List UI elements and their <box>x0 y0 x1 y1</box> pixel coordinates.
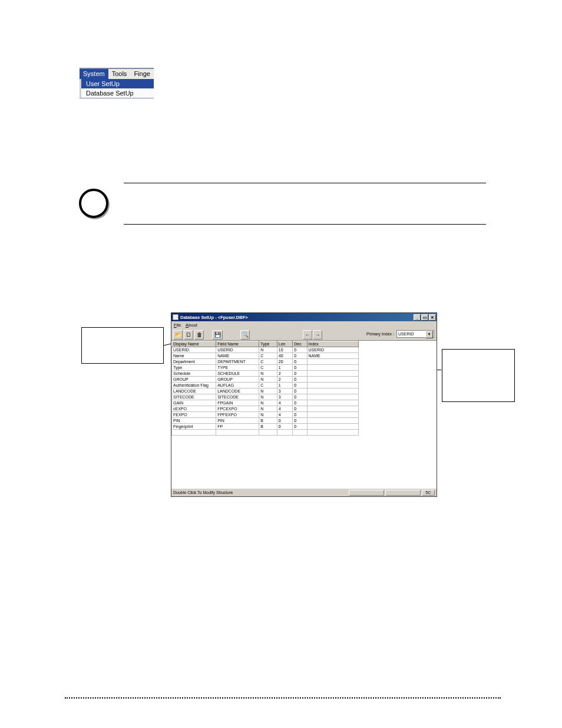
save-button[interactable]: 💾 <box>212 330 223 340</box>
cell-display[interactable]: Department <box>172 359 216 365</box>
cell-dec[interactable]: 0 <box>293 400 307 406</box>
cell-display[interactable]: Name <box>172 353 216 359</box>
cell-type[interactable]: C <box>259 353 277 359</box>
col-type[interactable]: Type <box>259 341 277 347</box>
cell-type[interactable]: N <box>259 400 277 406</box>
table-row[interactable]: TypeTYPEC10 <box>172 365 359 371</box>
cell-len[interactable]: 4 <box>277 406 292 412</box>
cell-display[interactable]: USERID: <box>172 347 216 353</box>
cell-display[interactable]: cEXPO <box>172 406 216 412</box>
cell-type[interactable]: N <box>259 371 277 377</box>
menu-finge[interactable]: Finge <box>130 69 154 79</box>
col-len[interactable]: Len <box>277 341 292 347</box>
cell-index[interactable] <box>307 394 358 400</box>
cell-dec[interactable]: 0 <box>293 353 307 359</box>
cell-dec[interactable]: 0 <box>293 359 307 365</box>
cell-dec[interactable]: 0 <box>293 424 307 430</box>
cell-dec[interactable]: 0 <box>293 418 307 424</box>
cell-len[interactable]: 3 <box>277 388 292 394</box>
cell-empty[interactable] <box>259 430 277 436</box>
cell-index[interactable] <box>307 418 358 424</box>
cell-field[interactable]: LANDCODE <box>216 388 259 394</box>
cell-field[interactable]: PIN <box>216 418 259 424</box>
cell-display[interactable]: PIN <box>172 418 216 424</box>
cell-type[interactable]: C <box>259 365 277 371</box>
cell-dec[interactable]: 0 <box>293 406 307 412</box>
cell-index[interactable] <box>307 406 358 412</box>
cell-len[interactable]: 1 <box>277 365 292 371</box>
cell-len[interactable]: 40 <box>277 353 292 359</box>
forward-button[interactable]: → <box>313 330 322 340</box>
cell-index[interactable] <box>307 383 358 388</box>
zoom-button[interactable]: 🔍 <box>240 330 250 340</box>
menu-file[interactable]: File <box>174 322 181 328</box>
cell-display[interactable]: Authentication Flag <box>172 383 216 388</box>
cell-type[interactable]: N <box>259 406 277 412</box>
cell-type[interactable]: B <box>259 424 277 430</box>
cell-len[interactable]: 4 <box>277 400 292 406</box>
cell-field[interactable]: AUFLAG <box>216 383 259 388</box>
cell-len[interactable]: 2 <box>277 371 292 377</box>
cell-len[interactable]: 4 <box>277 412 292 418</box>
delete-button[interactable]: 🗑 <box>194 330 204 340</box>
menu-system[interactable]: System <box>80 69 108 79</box>
cell-empty[interactable] <box>293 430 307 436</box>
close-button[interactable]: ✕ <box>429 314 436 321</box>
cell-index[interactable] <box>307 365 358 371</box>
cell-field[interactable]: GROUP <box>216 377 259 383</box>
col-field-name[interactable]: Field Name <box>216 341 259 347</box>
maximize-button[interactable]: ▭ <box>421 314 428 321</box>
cell-display[interactable]: LANDCODE <box>172 388 216 394</box>
cell-empty[interactable] <box>172 430 216 436</box>
cell-type[interactable]: N <box>259 412 277 418</box>
cell-type[interactable]: C <box>259 359 277 365</box>
cell-type[interactable]: C <box>259 383 277 388</box>
cell-len[interactable]: 0 <box>277 418 292 424</box>
cell-field[interactable]: NAME <box>216 353 259 359</box>
table-row[interactable]: PINPINB00 <box>172 418 359 424</box>
cell-index[interactable] <box>307 377 358 383</box>
cell-field[interactable]: USERID <box>216 347 259 353</box>
cell-empty[interactable] <box>216 430 259 436</box>
table-row[interactable]: SITECODESITECODEN30 <box>172 394 359 400</box>
cell-len[interactable]: 1 <box>277 383 292 388</box>
cell-dec[interactable]: 0 <box>293 383 307 388</box>
cell-field[interactable]: SCHEDULE <box>216 371 259 377</box>
cell-index[interactable] <box>307 412 358 418</box>
cell-display[interactable]: GAIN <box>172 400 216 406</box>
cell-len[interactable]: 10 <box>277 347 292 353</box>
cell-display[interactable]: Schedule <box>172 371 216 377</box>
cell-field[interactable]: TYPE <box>216 365 259 371</box>
cell-dec[interactable]: 0 <box>293 347 307 353</box>
cell-field[interactable]: FPCEXPO <box>216 406 259 412</box>
cell-dec[interactable]: 0 <box>293 388 307 394</box>
cell-empty[interactable] <box>277 430 292 436</box>
fields-grid[interactable]: Display Name Field Name Type Len Dec Ind… <box>171 341 437 488</box>
cell-dec[interactable]: 0 <box>293 412 307 418</box>
col-display-name[interactable]: Display Name <box>172 341 216 347</box>
cell-field[interactable]: DEPARTMENT <box>216 359 259 365</box>
cell-type[interactable]: N <box>259 388 277 394</box>
table-row-empty[interactable] <box>172 430 359 436</box>
table-row[interactable]: NameNAMEC400NAME <box>172 353 359 359</box>
cell-display[interactable]: GROUP <box>172 377 216 383</box>
cell-dec[interactable]: 0 <box>293 371 307 377</box>
cell-dec[interactable]: 0 <box>293 365 307 371</box>
primary-index-combo[interactable]: USERID <box>396 330 434 338</box>
menu-tools[interactable]: Tools <box>108 69 131 79</box>
cell-len[interactable]: 3 <box>277 394 292 400</box>
cell-display[interactable]: SITECODE <box>172 394 216 400</box>
cell-index[interactable] <box>307 388 358 394</box>
cell-type[interactable]: N <box>259 394 277 400</box>
cell-field[interactable]: SITECODE <box>216 394 259 400</box>
cell-dec[interactable]: 0 <box>293 377 307 383</box>
col-index[interactable]: Index <box>307 341 358 347</box>
cell-type[interactable]: B <box>259 418 277 424</box>
cell-field[interactable]: FPGAIN <box>216 400 259 406</box>
table-row[interactable]: cEXPOFPCEXPON40 <box>172 406 359 412</box>
table-row[interactable]: GROUPGROUPN20 <box>172 377 359 383</box>
table-row[interactable]: ScheduleSCHEDULEN20 <box>172 371 359 377</box>
table-row[interactable]: LANDCODELANDCODEN30 <box>172 388 359 394</box>
cell-type[interactable]: N <box>259 347 277 353</box>
col-dec[interactable]: Dec <box>293 341 307 347</box>
